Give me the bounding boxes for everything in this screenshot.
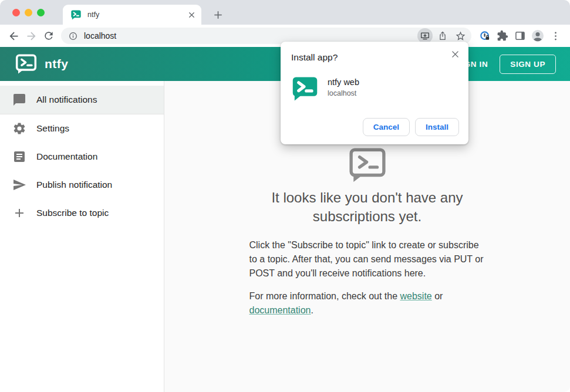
more-info-text: or — [432, 291, 443, 301]
back-icon[interactable] — [5, 27, 22, 45]
sidebar-nav: All notifications Settings Documentation — [0, 81, 164, 392]
profile-icon[interactable] — [529, 27, 547, 45]
ntfy-logo-icon — [15, 54, 37, 74]
sidebar-item-settings[interactable]: Settings — [0, 114, 164, 143]
empty-state-heading: It looks like you don't have any subscri… — [249, 188, 485, 226]
page-info-icon[interactable] — [68, 31, 78, 41]
browser-tab-ntfy[interactable]: ntfy — [63, 5, 201, 25]
brand-title: ntfy — [45, 57, 69, 71]
sign-up-button[interactable]: SIGN UP — [500, 55, 556, 74]
sidebar-item-label: All notifications — [36, 94, 97, 105]
traffic-lights — [12, 9, 45, 16]
more-info-text: . — [311, 305, 313, 315]
menu-dots-icon[interactable] — [547, 27, 564, 45]
more-info-text: For more information, check out the — [249, 291, 400, 301]
url-text[interactable]: localhost — [84, 31, 415, 40]
send-icon — [12, 178, 26, 192]
sidebar-item-label: Settings — [36, 123, 69, 134]
sidebar-item-documentation[interactable]: Documentation — [0, 143, 164, 171]
new-tab-button[interactable] — [210, 6, 226, 23]
extensions-puzzle-icon[interactable] — [494, 27, 511, 45]
extension-privacy-icon[interactable] — [476, 27, 494, 45]
zoom-window-button[interactable] — [37, 9, 45, 16]
ntfy-app-icon — [292, 76, 318, 102]
ntfy-favicon-icon — [71, 10, 81, 20]
plus-icon — [12, 206, 26, 220]
side-panel-icon[interactable] — [511, 27, 529, 45]
sidebar-item-label: Documentation — [36, 151, 97, 162]
ntfy-empty-state-icon — [249, 147, 485, 183]
sidebar-item-subscribe-to-topic[interactable]: Subscribe to topic — [0, 199, 164, 227]
dialog-app-origin: localhost — [328, 89, 359, 97]
dialog-app-row: ntfy web localhost — [292, 76, 359, 102]
website-link[interactable]: website — [400, 291, 432, 301]
tab-strip: ntfy — [0, 0, 570, 25]
forward-icon[interactable] — [22, 27, 40, 45]
more-info-paragraph: For more information, check out the webs… — [249, 289, 485, 317]
gear-icon — [12, 121, 26, 136]
install-button[interactable]: Install — [415, 118, 459, 136]
dialog-app-name: ntfy web — [328, 77, 359, 87]
sidebar-item-label: Subscribe to topic — [36, 208, 109, 218]
dialog-title: Install app? — [291, 52, 338, 63]
cancel-button[interactable]: Cancel — [363, 118, 410, 136]
article-icon — [12, 150, 26, 164]
dialog-close-icon[interactable] — [448, 48, 461, 60]
documentation-link[interactable]: documentation — [249, 305, 311, 315]
sidebar-item-all-notifications[interactable]: All notifications — [0, 86, 164, 114]
install-app-dialog: Install app? ntfy web localhost Cancel I… — [281, 42, 468, 144]
sidebar-item-label: Publish notification — [36, 180, 112, 190]
chat-icon — [12, 93, 26, 107]
empty-state-paragraph: Click the "Subscribe to topic" link to c… — [249, 238, 485, 281]
sidebar-item-publish-notification[interactable]: Publish notification — [0, 171, 164, 199]
close-window-button[interactable] — [12, 9, 20, 16]
reload-icon[interactable] — [40, 27, 58, 45]
browser-window: ntfy localhost — [0, 0, 570, 392]
tab-close-icon[interactable] — [186, 9, 197, 20]
minimize-window-button[interactable] — [25, 9, 32, 16]
tab-title: ntfy — [87, 11, 186, 19]
